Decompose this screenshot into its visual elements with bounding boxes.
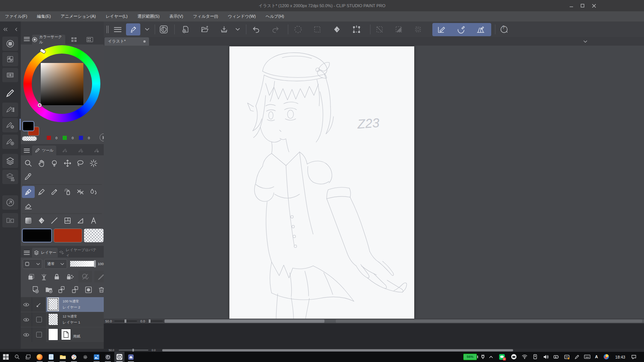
tray-expand-button[interactable] (487, 353, 494, 360)
menu-filter[interactable]: フィルター(I) (188, 11, 223, 21)
tab-brush-detail[interactable] (89, 146, 104, 155)
redo-button[interactable] (269, 23, 282, 36)
tab-color-history[interactable] (83, 35, 97, 44)
tool-selection[interactable] (74, 157, 87, 169)
ime-mode-indicator[interactable]: A (593, 353, 599, 360)
sidebar-animation[interactable] (2, 68, 18, 82)
tool-eraser[interactable] (22, 200, 35, 212)
tab-subtool[interactable] (57, 146, 72, 155)
snap-selection-button[interactable] (310, 23, 324, 36)
tray-discord[interactable] (510, 353, 518, 360)
sub-color-swatch[interactable] (54, 229, 82, 242)
battery-indicator[interactable]: 56% (463, 353, 479, 360)
sidebar-tool-property[interactable] (2, 118, 18, 132)
active-tool-button[interactable] (126, 23, 140, 35)
layer-name[interactable]: 用紙 (73, 334, 80, 339)
sidebar-layer[interactable] (2, 154, 18, 168)
layer-thumbnail[interactable] (48, 298, 58, 310)
taskbar-firefox[interactable] (35, 352, 45, 362)
help-button[interactable]: ? (497, 23, 511, 36)
layer-mask-button[interactable] (83, 284, 94, 295)
tool-airbrush[interactable] (61, 186, 74, 198)
layer-row-1[interactable]: 12 %通常 レイヤー 1 (21, 312, 104, 327)
menu-help[interactable]: ヘルプ(H) (261, 11, 289, 21)
tray-user-app[interactable] (603, 353, 610, 360)
blend-mode-dropdown[interactable]: 通常 (44, 259, 67, 269)
menu-edit[interactable]: 編集(E) (32, 11, 56, 21)
undo-button[interactable] (249, 23, 263, 36)
layer-row-2[interactable]: 100 %通常 レイヤー 2 (21, 297, 104, 312)
layer-visibility-toggle[interactable] (21, 312, 32, 327)
main-color-swatch[interactable] (22, 229, 52, 242)
rotation-slider[interactable] (148, 321, 163, 322)
deselect-button[interactable] (373, 23, 386, 36)
maximize-button[interactable] (577, 0, 588, 11)
tool-text[interactable] (87, 215, 100, 227)
selection-border-button[interactable] (411, 23, 425, 36)
mini-slider-handle[interactable] (132, 349, 134, 351)
minimize-button[interactable] (566, 0, 576, 11)
document-tab[interactable]: イラスト* (105, 37, 149, 46)
clip-studio-button[interactable] (157, 23, 171, 36)
tool-pencil[interactable] (35, 186, 48, 198)
lock-transparent-button[interactable] (65, 272, 75, 282)
tray-touch-keyboard[interactable] (583, 353, 591, 360)
tray-usb-device[interactable] (531, 353, 539, 360)
tool-frame[interactable] (61, 215, 74, 227)
taskbar-explorer[interactable] (58, 352, 68, 362)
taskbar-clip-studio-paint-active[interactable] (114, 352, 124, 362)
zoom-slider-handle[interactable] (124, 319, 126, 323)
sidebar-brush-size[interactable] (2, 135, 18, 149)
mini-zoom-slider[interactable] (119, 350, 148, 351)
tool-auto-select[interactable] (87, 157, 100, 169)
rotation-slider-handle[interactable] (149, 319, 151, 323)
layer-panel-menu-button[interactable] (23, 248, 31, 257)
transfer-to-lower-button[interactable] (56, 284, 67, 295)
sidebar-subtool[interactable] (2, 103, 18, 117)
tool-rotate[interactable] (48, 157, 61, 169)
menu-view[interactable]: 表示(V) (164, 11, 188, 21)
tool-blend[interactable] (87, 186, 100, 198)
horizontal-scrollbar-thumb[interactable] (164, 319, 324, 323)
tool-gradient[interactable] (22, 215, 35, 227)
clip-to-layer-button[interactable] (26, 272, 36, 282)
layer-select-checkbox[interactable] (32, 327, 46, 342)
menu-file[interactable]: ファイル(F) (0, 11, 32, 21)
taskbar-search[interactable] (12, 352, 22, 362)
start-button[interactable] (1, 352, 11, 362)
sidebar-navigator[interactable] (2, 195, 18, 210)
color-panel-menu-button[interactable] (23, 35, 31, 43)
reference-layer-button[interactable] (38, 272, 49, 282)
task-view-button[interactable] (23, 352, 33, 362)
layer-thumbnail[interactable] (48, 328, 58, 341)
sidebar-tool-palette[interactable] (2, 86, 18, 100)
sidebar-reference[interactable] (2, 213, 18, 227)
layer-row-paper[interactable]: 用紙 (21, 327, 104, 342)
clock[interactable]: 18:43 (612, 352, 629, 362)
layer-visibility-toggle[interactable] (21, 327, 32, 342)
save-button[interactable] (217, 23, 231, 36)
tray-pen-settings[interactable] (573, 353, 580, 360)
tab-list-button[interactable] (581, 38, 589, 45)
open-file-button[interactable] (198, 23, 212, 36)
opacity-slider-handle[interactable] (94, 260, 96, 267)
sidebar-quick-access[interactable] (2, 37, 18, 51)
enable-mask-button[interactable] (78, 271, 92, 282)
taskbar-clip-studio[interactable] (103, 352, 113, 362)
tool-fill[interactable] (35, 215, 48, 227)
transparent-swatch[interactable] (84, 229, 104, 242)
taskbar-photos[interactable] (92, 352, 101, 362)
sv-selector[interactable] (38, 103, 41, 107)
tab-tool-property[interactable] (73, 146, 88, 155)
mini-scrollbar[interactable] (162, 349, 513, 351)
layer-name[interactable]: レイヤー 2 (63, 305, 80, 310)
main-menu-button[interactable] (111, 23, 124, 36)
tool-eyedropper[interactable] (22, 170, 35, 183)
tab-layer-property[interactable]: レイヤープロパティ (59, 248, 97, 258)
tab-tool[interactable]: ツール (32, 146, 56, 155)
fill-reference-button[interactable] (330, 23, 344, 36)
transform-button[interactable] (350, 23, 363, 36)
opacity-slider[interactable] (70, 261, 95, 267)
close-button[interactable] (589, 0, 599, 11)
menu-animation[interactable]: アニメーション(A) (56, 11, 101, 21)
